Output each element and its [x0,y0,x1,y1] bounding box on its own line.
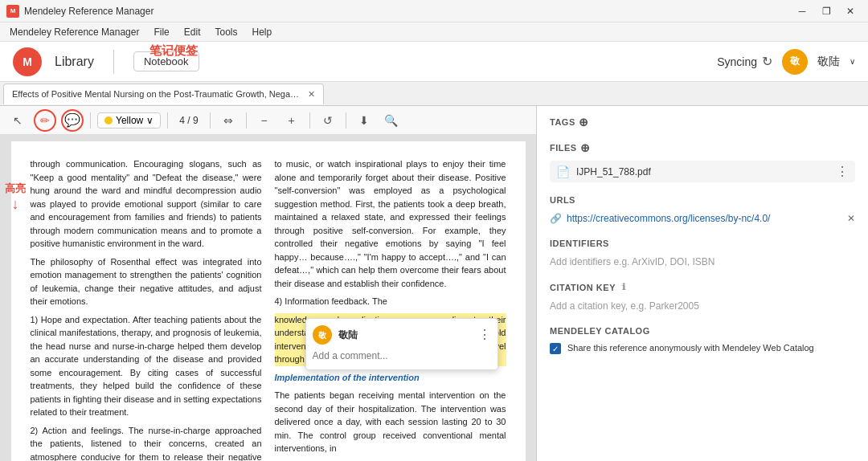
right-para-partial: 4) Information feedback. The [275,295,506,308]
identifiers-value[interactable]: Add identifiers e.g. ArXivID, DOI, ISBN [550,255,855,269]
user-chevron-icon[interactable]: ∨ [850,57,855,66]
page-indicator: 4 / 9 [174,115,203,126]
highlight-tool-button[interactable]: ✏ [34,109,56,132]
implementation-text: The patients began receiving mental inte… [275,389,506,455]
comment-avatar: 敬 [313,325,332,345]
tab-title: Effects of Positive Mental Nursing on th… [12,89,301,99]
close-button[interactable]: ✕ [839,2,862,20]
pdf-page: through communication. Encouraging sloga… [11,141,526,461]
mendeley-catalog-section-header: MENDELEY CATALOG [550,326,855,336]
refresh-button[interactable]: ↺ [317,109,339,132]
left-para-4: 2) Action and feelings. The nurse-in-cha… [31,424,262,462]
citation-key-value[interactable]: Add a citation key, e.g. Parker2005 [550,299,855,313]
left-para-3: 1) Hope and expectation. After teaching … [31,313,262,419]
highlight-color-button[interactable]: Yellow ∨ [97,112,161,129]
pdf-right-col: to music, or watch inspirational plays t… [275,157,506,461]
toolbar-separator-2 [167,112,168,129]
identifiers-section-header: IDENTIFIERS [550,239,855,248]
menu-file[interactable]: File [147,25,175,39]
url-link-icon: 🔗 [550,213,562,224]
identifiers-label: IDENTIFIERS [550,239,609,248]
toolbar-separator-6 [346,112,346,129]
right-panel: TAGS ⊕ FILES ⊕ 📄 IJPH_51_788.pdf ⋮ URLS … [537,106,868,461]
url-item: 🔗 https://creativecommons.org/licenses/b… [550,211,855,226]
comment-username: 敬陆 [338,328,472,342]
comment-popup: 敬 敬陆 ⋮ [305,318,498,370]
menu-help[interactable]: Help [245,25,278,39]
main-area: ↖ ✏ 💬 Yellow ∨ 4 / 9 ⇔ − + ↺ ⬇ 🔍 [0,106,868,461]
toolbar-separator-4 [246,112,247,129]
menu-tools[interactable]: Tools [208,25,244,39]
comment-header: 敬 敬陆 ⋮ [313,325,491,345]
file-pdf-icon: 📄 [556,165,570,178]
toolbar-separator-1 [90,112,91,129]
title-bar: M Mendeley Reference Manager ─ ❐ ✕ [0,0,868,22]
comment-input[interactable] [313,350,491,361]
download-button[interactable]: ⬇ [353,109,375,132]
header-logo: M [13,47,42,76]
comment-menu-button[interactable]: ⋮ [478,325,491,345]
yellow-dot-icon [104,116,113,124]
header-divider [113,50,114,74]
window-controls[interactable]: ─ ❐ ✕ [791,2,862,20]
left-para-2: The philosophy of Rosenthal effect was i… [31,255,262,308]
tab-close-button[interactable]: ✕ [308,89,315,100]
files-section-header: FILES ⊕ [550,141,855,154]
library-label[interactable]: Library [55,55,94,69]
menu-app[interactable]: Mendeley Reference Manager [3,25,145,39]
catalog-checkbox[interactable]: ✓ [550,343,561,354]
citation-key-label: CITATION KEY [550,283,616,292]
citation-info-icon[interactable]: ℹ [622,282,626,292]
pdf-left-col: through communication. Encouraging sloga… [31,157,262,461]
header: M Library Notebook 笔记便签 Syncing ↻ 敬 敬陆 ∨ [0,42,868,82]
zoom-in-button[interactable]: + [280,109,303,132]
urls-label: URLS [550,195,575,205]
file-menu-button[interactable]: ⋮ [836,164,849,179]
file-item: 📄 IJPH_51_788.pdf ⋮ [550,161,855,182]
user-avatar: 敬 [782,49,808,75]
toolbar-separator-3 [210,112,211,129]
syncing-area: Syncing ↻ [717,54,772,69]
yellow-label: Yellow [116,115,143,126]
tags-label: TAGS [550,117,575,127]
mendeley-catalog-label: MENDELEY CATALOG [550,326,650,336]
pdf-panel: ↖ ✏ 💬 Yellow ∨ 4 / 9 ⇔ − + ↺ ⬇ 🔍 [0,106,537,461]
document-tab[interactable]: Effects of Positive Mental Nursing on th… [3,84,324,104]
citation-key-section-header: CITATION KEY ℹ [550,282,855,292]
checkmark-icon: ✓ [552,345,559,353]
tags-section-header: TAGS ⊕ [550,116,855,129]
fit-page-button[interactable]: ⇔ [217,109,240,132]
catalog-checkbox-label: Share this reference anonymously with Me… [567,342,814,354]
file-name: IJPH_51_788.pdf [576,166,829,177]
app-logo: M [6,5,19,18]
pdf-content: 高亮 ↓ through communication. Encouraging … [0,135,536,461]
left-para-1: through communication. Encouraging sloga… [31,157,262,251]
sync-icon[interactable]: ↻ [762,54,772,69]
zoom-out-button[interactable]: − [253,109,276,132]
right-para-1: to music, or watch inspirational plays t… [275,157,506,290]
url-remove-button[interactable]: ✕ [847,213,855,224]
menu-bar: Mendeley Reference Manager File Edit Too… [0,22,868,42]
tab-bar: Effects of Positive Mental Nursing on th… [0,82,868,106]
user-name: 敬陆 [817,55,840,69]
header-right: Syncing ↻ 敬 敬陆 ∨ [717,49,855,75]
syncing-label: Syncing [717,55,757,68]
comment-tool-button[interactable]: 💬 [61,109,84,132]
toolbar-separator-5 [309,112,310,129]
implementation-heading: Implementation of the intervention [275,371,506,385]
minimize-button[interactable]: ─ [791,2,813,20]
menu-edit[interactable]: Edit [178,25,207,39]
logo-text: M [23,55,32,68]
tags-add-button[interactable]: ⊕ [579,116,589,129]
search-button[interactable]: 🔍 [380,109,403,132]
urls-section-header: URLS [550,195,855,205]
maximize-button[interactable]: ❐ [815,2,837,20]
pdf-toolbar: ↖ ✏ 💬 Yellow ∨ 4 / 9 ⇔ − + ↺ ⬇ 🔍 [0,106,536,135]
files-add-button[interactable]: ⊕ [580,141,591,154]
cursor-tool-button[interactable]: ↖ [6,109,29,132]
notebook-button[interactable]: Notebook [133,51,199,71]
color-chevron-icon: ∨ [146,115,154,126]
catalog-checkbox-row: ✓ Share this reference anonymously with … [550,342,855,354]
url-link[interactable]: https://creativecommons.org/licenses/by-… [567,213,842,224]
app-title: Mendeley Reference Manager [24,6,154,17]
